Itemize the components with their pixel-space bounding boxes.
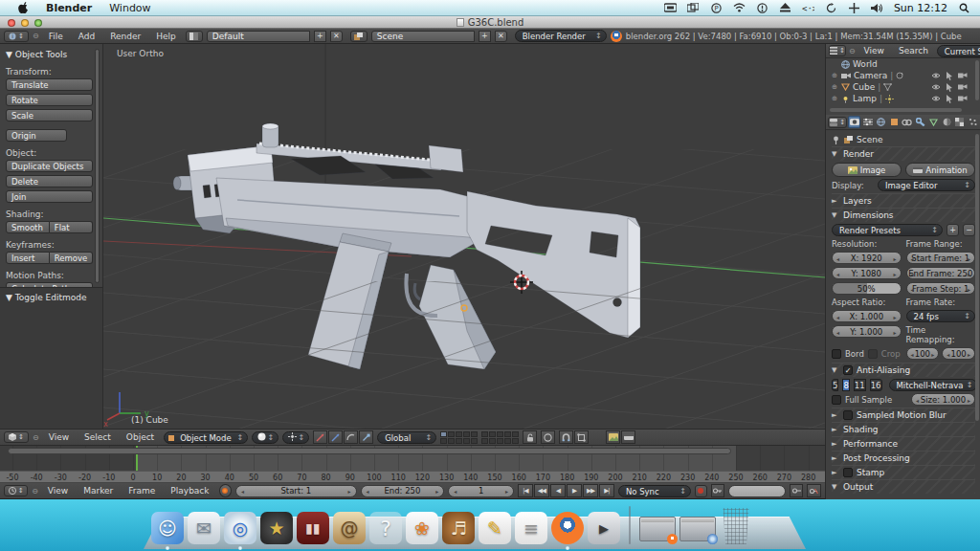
opengl-render-image-icon[interactable] xyxy=(606,430,620,444)
opengl-render-anim-icon[interactable] xyxy=(621,430,635,444)
dock-garageband[interactable]: ♬ xyxy=(442,512,475,544)
layer-cell[interactable] xyxy=(497,438,503,444)
layer-cell[interactable] xyxy=(481,431,488,437)
panel-output[interactable]: ▼Output xyxy=(832,479,975,494)
insert-keyframe-icon[interactable] xyxy=(790,484,804,497)
pivot-point-select[interactable] xyxy=(282,431,309,444)
outliner-row-camera[interactable]: ⊕ Camera| xyxy=(826,70,980,81)
view3d-view-menu[interactable]: View xyxy=(43,432,75,442)
timeline-ruler[interactable]: -50-40-30-20-100102030405060708090100110… xyxy=(0,471,825,483)
duplicate-objects-button[interactable]: Duplicate Objects xyxy=(6,160,93,172)
end-frame-pill[interactable]: ◂End: 250▸ xyxy=(361,485,445,497)
dock-photobooth[interactable]: ▮▮ xyxy=(297,512,329,544)
outliner-scope-select[interactable]: Current Scene xyxy=(937,45,980,57)
tab-constraints[interactable] xyxy=(901,116,913,128)
eye-icon[interactable] xyxy=(931,95,941,102)
remap-new-field[interactable]: ◂100▸ xyxy=(942,347,975,360)
properties-scrollbar[interactable] xyxy=(975,134,979,421)
tab-object-data[interactable] xyxy=(927,116,940,128)
aspect-y-field[interactable]: ◂Y: 1.000▸ xyxy=(832,325,902,338)
dock-pencil[interactable]: ✎ xyxy=(479,512,511,544)
cube-toggles[interactable] xyxy=(931,83,980,92)
panel-layers[interactable]: ►Layers xyxy=(832,193,975,208)
tab-material[interactable] xyxy=(941,116,953,128)
auto-keyframe-record-button[interactable] xyxy=(219,484,233,497)
window-titlebar[interactable]: G36C.blend xyxy=(0,16,980,29)
scale-button[interactable]: Scale xyxy=(6,109,93,121)
select-arrow-icon[interactable] xyxy=(946,83,953,92)
smooth-button[interactable]: Smooth xyxy=(6,221,50,233)
scene-field[interactable]: Scene xyxy=(371,31,475,42)
camera-toggles[interactable] xyxy=(931,72,980,80)
mode-select[interactable]: Object Mode xyxy=(164,431,248,444)
menubar-window-menu[interactable]: Window xyxy=(100,2,159,14)
render-toggle-icon[interactable] xyxy=(958,95,968,102)
parental-icon[interactable]: P xyxy=(710,2,723,13)
select-arrow-icon[interactable] xyxy=(946,95,953,103)
delete-layout-button[interactable]: ✕ xyxy=(330,31,343,42)
aa-samples-8[interactable]: 8 xyxy=(842,379,849,391)
render-toggle-icon[interactable] xyxy=(958,72,968,79)
keying-set-icon[interactable] xyxy=(711,484,725,497)
timeline-view-menu[interactable]: View xyxy=(42,486,74,496)
outliner-row-cube[interactable]: ⊕ Cube| xyxy=(826,81,980,93)
play-reverse-button[interactable]: ◀ xyxy=(550,484,566,497)
view3d-object-menu[interactable]: Object xyxy=(121,432,160,442)
tab-scene[interactable] xyxy=(861,116,874,128)
view3d-select-menu[interactable]: Select xyxy=(78,432,117,442)
aa-samples-16[interactable]: 16 xyxy=(870,379,882,391)
border-checkbox[interactable] xyxy=(832,349,841,359)
outliner-search-menu[interactable]: Search xyxy=(893,46,934,55)
expand-icon[interactable]: ⊕ xyxy=(832,83,838,91)
timeline-marker-menu[interactable]: Marker xyxy=(78,486,119,496)
add-preset-button[interactable]: + xyxy=(947,224,959,236)
menu-add[interactable]: Add xyxy=(73,32,100,41)
layers-group-1[interactable] xyxy=(440,431,478,444)
dock-window1[interactable] xyxy=(639,517,676,541)
timeline-canvas[interactable] xyxy=(0,446,825,471)
select-arrow-icon[interactable] xyxy=(946,72,953,80)
outliner-vscrollbar[interactable] xyxy=(975,60,979,100)
timemachine-icon[interactable] xyxy=(825,2,837,13)
aspect-x-field[interactable]: ◂X: 1.000▸ xyxy=(832,310,902,322)
scale-manipulator-icon[interactable] xyxy=(359,430,373,444)
layer-cell[interactable] xyxy=(463,438,470,444)
sync-select[interactable]: No Sync xyxy=(618,485,691,497)
lock-icon[interactable] xyxy=(523,430,537,444)
aa-filter-select[interactable]: Mitchell-Netrava xyxy=(889,379,978,391)
join-button[interactable]: Join xyxy=(6,190,93,203)
dock-iphoto[interactable]: ❀ xyxy=(406,512,438,544)
layer-cell[interactable] xyxy=(440,438,447,444)
full-sample-checkbox[interactable] xyxy=(832,395,841,405)
dock-movieplayer[interactable]: ▶ xyxy=(588,512,620,544)
dock-textedit[interactable]: ≡ xyxy=(515,512,547,544)
dock-finder[interactable]: ☺ xyxy=(151,512,184,544)
editor-type-button-outliner[interactable]: ↕ xyxy=(829,45,846,56)
layer-cell[interactable] xyxy=(456,431,462,437)
menu-help[interactable]: Help xyxy=(150,32,182,41)
editor-type-button-info[interactable]: i↕ xyxy=(4,31,29,42)
gun-model[interactable] xyxy=(173,123,640,369)
rotate-button[interactable]: Rotate xyxy=(6,94,93,106)
editor-type-button-properties[interactable]: ↕ xyxy=(828,117,847,128)
volume-icon[interactable] xyxy=(871,2,883,13)
stamp-checkbox[interactable] xyxy=(843,468,853,477)
tab-modifiers[interactable] xyxy=(914,116,926,128)
outliner-row-lamp[interactable]: ⊕ Lamp| xyxy=(826,93,980,104)
expand-icon[interactable]: ⊕ xyxy=(832,72,838,79)
lamp-toggles[interactable] xyxy=(931,95,980,103)
layer-cell[interactable] xyxy=(504,438,511,444)
rotate-manipulator-icon[interactable] xyxy=(344,430,358,444)
resolution-y-field[interactable]: ◂Y: 1080▸ xyxy=(832,267,902,279)
render-image-button[interactable]: Image xyxy=(832,163,902,177)
outliner-view-menu[interactable]: View xyxy=(858,46,890,55)
layer-cell[interactable] xyxy=(481,438,488,444)
collapse-view3d-menus-icon[interactable]: ⊖ xyxy=(33,433,39,442)
menubar-app-name[interactable]: Blender xyxy=(37,2,100,14)
viewport-canvas[interactable]: y x xyxy=(103,44,825,429)
aa-checkbox[interactable]: ✓ xyxy=(843,365,853,375)
layer-cell[interactable] xyxy=(448,438,455,444)
dock-mail[interactable]: ✉ xyxy=(188,512,220,544)
timeline-frame-menu[interactable]: Frame xyxy=(122,486,161,496)
remove-keyframe-button[interactable]: Remove xyxy=(50,252,93,264)
